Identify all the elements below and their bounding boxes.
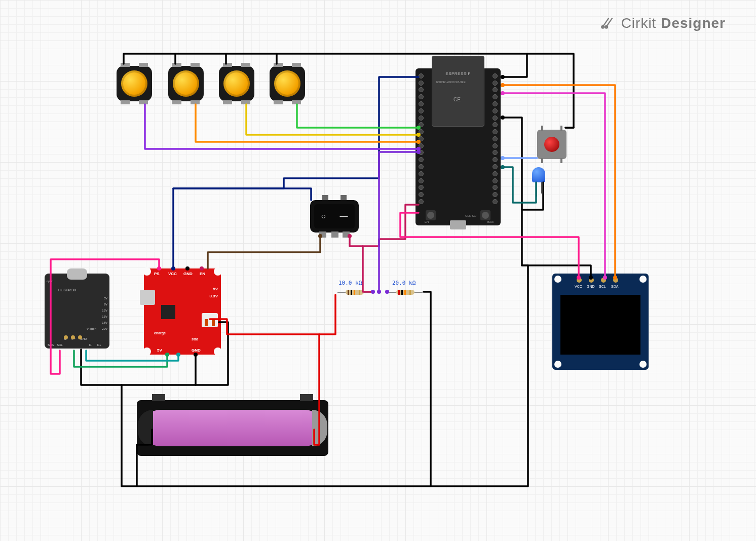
resistor-20k[interactable]: [389, 289, 422, 296]
resistor-10k-label: 10.0 kΩ: [338, 280, 362, 286]
usbpd-15v: 15V: [102, 315, 107, 318]
schematic-canvas[interactable]: Cirkit Designer ESPRESSIF ESP32-WROOM-32…: [0, 0, 756, 541]
usbpd-20v: 20V: [102, 327, 107, 330]
usb-pd-trigger[interactable]: HUSB238 open 5V 9V 12V 15V 18V 20V V ope…: [45, 274, 109, 349]
wire-layer: [0, 0, 756, 541]
rocker-off-glyph: ○: [321, 212, 326, 221]
arcade-button-3[interactable]: [219, 66, 254, 101]
esp32-pins-left: [417, 72, 426, 205]
logo-prefix: Cirkit: [621, 15, 657, 31]
svg-point-23: [501, 75, 505, 79]
usbpd-dplus: D+: [97, 343, 101, 346]
svg-point-2: [377, 290, 381, 294]
esp32-en-label: EN: [425, 220, 429, 223]
oled-pins: [577, 278, 618, 283]
rocker-on-glyph: —: [339, 212, 348, 221]
svg-point-28: [501, 165, 505, 169]
esp32-boot-button[interactable]: [480, 210, 490, 220]
ce-mark: CE: [453, 97, 461, 102]
charger-bgnd-label: GND: [192, 348, 201, 353]
oled-screen: [560, 295, 640, 355]
usbpd-5v: 5V: [104, 297, 107, 300]
esp32-devkit[interactable]: ESPRESSIF ESP32-WROOM-32E CE EN Boot CLK…: [415, 68, 501, 225]
resistor-20k-label: 20.0 kΩ: [392, 280, 415, 286]
usbpd-corner-label: open: [47, 280, 53, 283]
usbpd-9v: 9V: [104, 303, 107, 306]
lipo-charger[interactable]: PS VCC GND EN 5V 3.3V charge stat 5V GND: [144, 268, 221, 355]
charger-b5v-label: 5V: [157, 348, 162, 353]
usbpd-dminus: D-: [89, 343, 92, 346]
usbpd-scl: SCL: [57, 343, 63, 346]
esp32-clk-label: CLK SO: [465, 214, 476, 217]
oled-display[interactable]: [552, 274, 649, 370]
esp32-boot-label: Boot: [487, 220, 494, 223]
charger-stat-label: stat: [192, 337, 198, 341]
svg-point-25: [501, 91, 505, 95]
charger-microusb-icon: [140, 290, 155, 305]
charger-gnd-label: GND: [183, 272, 193, 276]
tact-button[interactable]: [537, 130, 566, 159]
usbpd-18v: 18V: [102, 321, 107, 324]
arcade-button-1[interactable]: [117, 66, 152, 101]
battery-18650[interactable]: [137, 400, 328, 456]
charger-en-label: EN: [200, 272, 205, 276]
charger-ps-label: PS: [154, 272, 160, 276]
logo-suffix: Designer: [661, 15, 726, 31]
usbc-icon: [67, 268, 87, 280]
esp32-brand: ESPRESSIF: [432, 71, 484, 76]
led-blue[interactable]: [532, 167, 547, 188]
esp32-pins-right: [490, 72, 500, 205]
rocker-switch[interactable]: ○ —: [310, 200, 359, 233]
charger-33-label: 3.3V: [210, 294, 218, 298]
charger-vcc-label: VCC: [168, 272, 177, 276]
lanes-icon: [600, 16, 615, 30]
esp32-usb-icon: [450, 220, 466, 229]
esp32-module: ESP32-WROOM-32E: [436, 81, 480, 84]
charger-5v-label: 5V: [213, 287, 218, 291]
arcade-button-2[interactable]: [168, 66, 204, 101]
usbpd-vopen: V open: [87, 327, 96, 330]
charger-jst-icon: [202, 313, 218, 327]
usbpd-12v: 12V: [102, 309, 107, 312]
app-logo: Cirkit Designer: [600, 15, 726, 31]
arcade-button-4[interactable]: [270, 66, 305, 101]
svg-point-24: [501, 83, 505, 87]
svg-point-27: [501, 156, 505, 160]
svg-point-26: [501, 115, 505, 120]
charger-charge-label: charge: [154, 331, 166, 335]
esp32-en-button[interactable]: [426, 210, 436, 220]
usbpd-chip-label: HUSB238: [58, 288, 76, 292]
usbpd-sda: SDA: [48, 343, 54, 346]
resistor-10k[interactable]: [338, 289, 371, 296]
